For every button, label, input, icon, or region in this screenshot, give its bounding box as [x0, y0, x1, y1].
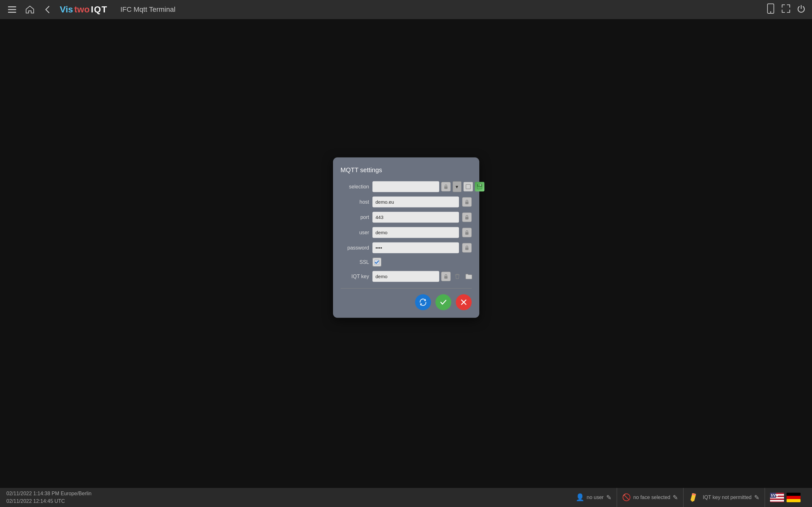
- home-icon[interactable]: [24, 4, 36, 15]
- date-line2: 02/11/2022 12:14:45 UTC: [6, 498, 91, 505]
- port-lock-icon[interactable]: [462, 212, 472, 222]
- user-input[interactable]: [372, 227, 459, 238]
- svg-rect-11: [465, 202, 469, 204]
- topbar: Vis two IQT IFC Mqtt Terminal: [0, 0, 812, 19]
- power-icon[interactable]: [797, 4, 806, 15]
- host-label: host: [340, 199, 369, 205]
- date-line1: 02/11/2022 1:14:38 PM Europe/Berlin: [6, 490, 91, 498]
- svg-rect-8: [478, 184, 481, 186]
- cancel-button[interactable]: [456, 294, 472, 310]
- svg-rect-6: [466, 184, 471, 189]
- logo-iqt: IQT: [91, 4, 108, 15]
- user-row: user: [340, 227, 472, 238]
- host-input[interactable]: [372, 196, 459, 207]
- selection-input[interactable]: [372, 181, 439, 192]
- flags-section: ★★★ ★★★: [765, 493, 806, 502]
- selection-row: selection ▼: [340, 181, 472, 192]
- de-flag-icon: [787, 493, 801, 502]
- selection-clear-btn[interactable]: [463, 182, 473, 191]
- password-input[interactable]: [372, 242, 459, 253]
- svg-rect-9: [478, 186, 482, 189]
- svg-rect-12: [465, 217, 469, 219]
- logo: Vis two IQT: [60, 4, 108, 15]
- no-user-edit-icon[interactable]: ✎: [606, 494, 612, 501]
- iqt-key-status-text: IQT key not permitted: [703, 495, 752, 500]
- iqt-key-row: IQT key: [340, 271, 472, 282]
- iqt-key-lock-icon[interactable]: [441, 272, 451, 281]
- user-lock-icon[interactable]: [462, 228, 472, 237]
- iqt-key-label: IQT key: [340, 273, 369, 279]
- page-title: IFC Mqtt Terminal: [120, 5, 175, 14]
- port-row: port: [340, 212, 472, 222]
- svg-rect-31: [787, 496, 801, 499]
- selection-dropdown-btn[interactable]: ▼: [453, 181, 461, 192]
- mqtt-settings-dialog: MQTT settings selection ▼: [333, 157, 479, 318]
- main-content: MQTT settings selection ▼: [0, 19, 812, 488]
- port-label: port: [340, 214, 369, 220]
- dialog-title: MQTT settings: [340, 166, 472, 173]
- selection-save-btn[interactable]: [475, 182, 484, 191]
- iqt-key-edit-icon[interactable]: ✎: [754, 494, 759, 501]
- logo-vis: Vis: [60, 4, 73, 15]
- iqt-key-delete-icon[interactable]: [453, 272, 462, 281]
- ssl-checkbox[interactable]: [372, 258, 381, 266]
- svg-rect-14: [465, 247, 469, 250]
- dialog-separator: [340, 288, 472, 288]
- user-label: user: [340, 229, 369, 235]
- iqt-key-section: IQT key not permitted ✎: [684, 488, 765, 507]
- menu-icon[interactable]: [6, 4, 18, 15]
- svg-rect-13: [465, 232, 469, 235]
- svg-rect-10: [480, 184, 481, 185]
- ssl-label: SSL: [340, 259, 369, 265]
- fullscreen-icon[interactable]: [782, 4, 790, 15]
- no-face-edit-icon[interactable]: ✎: [673, 494, 678, 501]
- svg-rect-2: [8, 12, 16, 13]
- iqt-key-input[interactable]: [372, 271, 439, 282]
- host-lock-icon[interactable]: [462, 197, 472, 207]
- logo-two: two: [74, 4, 90, 15]
- ok-button[interactable]: [435, 294, 451, 310]
- iqt-key-folder-icon[interactable]: [464, 272, 474, 281]
- no-user-section: 👤 no user ✎: [571, 488, 617, 507]
- svg-marker-19: [691, 501, 692, 502]
- ssl-row: SSL: [340, 258, 472, 266]
- datetime-display: 02/11/2022 1:14:38 PM Europe/Berlin 02/1…: [6, 490, 91, 505]
- no-face-section: 🚫 no face selected ✎: [617, 488, 684, 507]
- svg-rect-0: [8, 6, 16, 7]
- svg-rect-25: [770, 498, 784, 500]
- refresh-button[interactable]: [415, 294, 431, 310]
- dialog-footer: [340, 294, 472, 310]
- selection-lock-icon[interactable]: [441, 182, 451, 191]
- no-face-text: no face selected: [633, 495, 671, 500]
- port-input[interactable]: [372, 212, 459, 222]
- password-lock-icon[interactable]: [462, 243, 472, 252]
- svg-rect-5: [444, 186, 447, 189]
- no-face-icon: 🚫: [622, 493, 631, 502]
- statusbar: 02/11/2022 1:14:38 PM Europe/Berlin 02/1…: [0, 488, 812, 507]
- svg-rect-26: [770, 500, 784, 502]
- selection-label: selection: [340, 184, 369, 189]
- svg-rect-1: [8, 9, 16, 10]
- us-flag-icon: ★★★ ★★★: [770, 493, 784, 502]
- svg-rect-16: [444, 276, 447, 279]
- password-label: password: [340, 245, 369, 250]
- no-user-icon: 👤: [576, 493, 584, 502]
- svg-point-4: [770, 11, 771, 13]
- back-icon[interactable]: [42, 4, 53, 15]
- no-user-text: no user: [587, 495, 604, 500]
- svg-rect-32: [787, 499, 801, 502]
- pencil-icon: [689, 492, 700, 503]
- svg-text:★★★: ★★★: [771, 493, 776, 496]
- svg-rect-30: [787, 493, 801, 496]
- password-row: password: [340, 242, 472, 253]
- mobile-icon[interactable]: [766, 3, 775, 16]
- topbar-right-actions: [766, 3, 806, 16]
- host-row: host: [340, 196, 472, 207]
